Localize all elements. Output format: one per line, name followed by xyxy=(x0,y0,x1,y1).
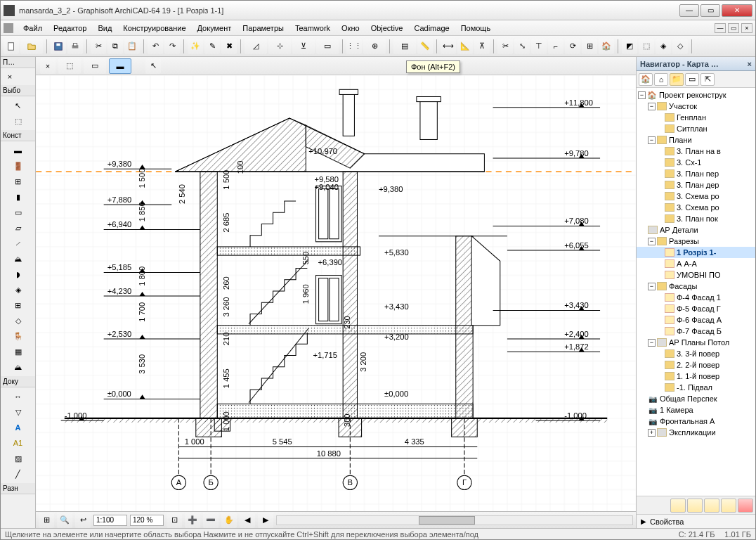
menu-help[interactable]: Помощь xyxy=(455,22,497,34)
origin-button[interactable]: ⊕ xyxy=(363,39,386,54)
snap1-button[interactable]: ◿ xyxy=(245,39,267,54)
tree-item-selected[interactable]: 1 Розріз 1- xyxy=(637,247,755,258)
grid-button[interactable]: ⋮⋮ xyxy=(346,39,362,54)
nav-prev[interactable]: ◀ xyxy=(240,513,255,528)
nav-btn-new-folder[interactable] xyxy=(687,499,703,513)
dimension-button[interactable]: ⟷ xyxy=(441,39,456,54)
tree-item[interactable]: АР Детали xyxy=(637,224,755,236)
stair-tool[interactable]: ⟋ xyxy=(11,236,26,250)
tree-item[interactable]: 1. 1-й повер xyxy=(637,371,755,382)
nav-tab-layout[interactable]: ▭ xyxy=(685,73,699,86)
menu-document[interactable]: Документ xyxy=(192,22,237,34)
trim-button[interactable]: ✂ xyxy=(497,39,513,54)
maximize-button[interactable]: ▭ xyxy=(700,4,720,17)
tree-item[interactable]: Ф-4 Фасад 1 xyxy=(637,292,755,303)
tree-item[interactable]: Ф-7 Фасад Б xyxy=(637,326,755,337)
menu-options[interactable]: Параметры xyxy=(237,22,289,34)
zone-tool[interactable]: ▦ xyxy=(11,345,26,359)
zoom-fit[interactable]: ⊡ xyxy=(167,513,182,528)
elev-button[interactable]: 🏠 xyxy=(599,39,614,54)
tree-group[interactable]: −Плани xyxy=(637,134,755,146)
label-tool[interactable]: A1 xyxy=(11,436,26,450)
curtain-wall-tool[interactable]: ⊞ xyxy=(11,298,26,312)
tree-item[interactable]: Ф-5 Фасад Г xyxy=(637,303,755,314)
snap4-button[interactable]: ▭ xyxy=(316,39,339,54)
tree-item[interactable]: Генплан xyxy=(637,112,755,123)
tree-item[interactable]: УМОВНІ ПО xyxy=(637,269,755,281)
text-tool[interactable]: A xyxy=(11,420,26,435)
ruler-button[interactable]: 📐 xyxy=(457,39,473,54)
pin-close-icon[interactable]: × xyxy=(2,70,18,84)
mdi-minimize[interactable]: — xyxy=(715,23,726,33)
menu-teamwork[interactable]: Teamwork xyxy=(289,22,336,34)
menu-cadimage[interactable]: Cadimage xyxy=(408,22,455,34)
sub-close[interactable]: × xyxy=(40,58,56,74)
mdi-restore[interactable]: ▭ xyxy=(728,23,739,33)
snap2-button[interactable]: ⊹ xyxy=(268,39,291,54)
menu-window[interactable]: Окно xyxy=(336,22,365,34)
level-dim-tool[interactable]: ▽ xyxy=(11,405,26,419)
tree-item[interactable]: 📷Фронтальная А xyxy=(637,416,755,427)
tree-group[interactable]: −АР Планы Потол xyxy=(637,337,755,348)
sub-mode2[interactable]: ▭ xyxy=(84,58,106,74)
line-tool[interactable]: ╱ xyxy=(11,467,26,481)
slab-tool[interactable]: ▱ xyxy=(11,221,26,235)
window-tool[interactable]: ⊞ xyxy=(11,174,26,188)
sub-mode3[interactable]: ▬ xyxy=(109,58,131,74)
scale-input[interactable] xyxy=(93,515,127,526)
align-button[interactable]: ⊼ xyxy=(474,39,490,54)
sub-mode1[interactable]: ⬚ xyxy=(58,58,81,74)
tree-item[interactable]: 2. 2-й повер xyxy=(637,359,755,371)
mesh-tool[interactable]: ⛰ xyxy=(11,360,26,374)
nav-tab-house[interactable]: ⌂ xyxy=(654,73,668,86)
shell-tool[interactable]: ◗ xyxy=(11,267,26,281)
column-tool[interactable]: ▮ xyxy=(11,190,26,204)
new-button[interactable] xyxy=(4,39,19,54)
zoom-prev[interactable]: ↩ xyxy=(75,513,91,528)
trace-button[interactable]: ◩ xyxy=(622,39,637,54)
redo-button[interactable]: ↷ xyxy=(164,39,180,54)
marquee-tool[interactable]: ⬚ xyxy=(11,114,26,128)
tree-item[interactable]: 3. План пок xyxy=(637,213,755,224)
minimize-button[interactable]: — xyxy=(679,4,699,17)
tree-item[interactable]: 3. Сх-1 xyxy=(637,157,755,168)
tree-group[interactable]: −Фасады xyxy=(637,281,755,292)
drawing-canvas[interactable]: +9,380 +7,880 +6,940 +5,185 +4,230 +2,53… xyxy=(36,75,636,511)
save-button[interactable] xyxy=(51,39,66,54)
nav-btn-save-view[interactable] xyxy=(670,499,686,513)
adjust-button[interactable]: ⊤ xyxy=(531,39,547,54)
tree-item[interactable]: Ф-6 Фасад А xyxy=(637,314,755,326)
tree-item[interactable]: 3. План дер xyxy=(637,179,755,191)
tree-item[interactable]: 📷Общая Перспек xyxy=(637,393,755,404)
morph-tool[interactable]: ◇ xyxy=(11,314,26,328)
nav-next[interactable]: ▶ xyxy=(258,513,273,528)
print-button[interactable] xyxy=(67,39,83,54)
tree-item[interactable]: 📷1 Камера xyxy=(637,404,755,416)
zoom-in[interactable]: ➕ xyxy=(185,513,200,528)
menu-view[interactable]: Вид xyxy=(92,22,117,34)
arrow-tool[interactable]: ↖ xyxy=(11,98,26,112)
fillet-button[interactable]: ⌐ xyxy=(548,39,563,54)
menu-design[interactable]: Конструирование xyxy=(117,22,191,34)
virtual-button[interactable]: ⬚ xyxy=(639,39,654,54)
door-tool[interactable]: 🚪 xyxy=(11,159,26,173)
offset-button[interactable]: ⟳ xyxy=(565,39,580,54)
properties-toggle[interactable]: ▶ Свойства xyxy=(637,514,755,528)
wall-tool[interactable]: ▬ xyxy=(11,143,26,158)
paste-button[interactable]: 📋 xyxy=(124,39,140,54)
navigator-close-icon[interactable]: × xyxy=(748,60,752,68)
magic-wand-button[interactable]: ✨ xyxy=(188,39,203,54)
zoom-opts[interactable]: ⊞ xyxy=(39,513,54,528)
tree-group[interactable]: +Экспликации xyxy=(637,427,755,438)
cancel-button[interactable]: ✖ xyxy=(221,39,237,54)
zoom-window[interactable]: 🔍 xyxy=(57,513,72,528)
dimension-tool[interactable]: ↔ xyxy=(11,390,26,404)
nav-btn-clone[interactable] xyxy=(704,499,719,513)
zoom-input[interactable] xyxy=(130,515,164,526)
tree-group[interactable]: −Участок xyxy=(637,101,755,112)
close-button[interactable]: ✕ xyxy=(722,4,752,17)
tree-item[interactable]: -1. Підвал xyxy=(637,382,755,393)
tree-item[interactable]: 3. Схема ро xyxy=(637,202,755,213)
nav-tab-viewmap[interactable]: 📁 xyxy=(670,73,684,86)
roof-tool[interactable]: ⛰ xyxy=(11,252,26,266)
